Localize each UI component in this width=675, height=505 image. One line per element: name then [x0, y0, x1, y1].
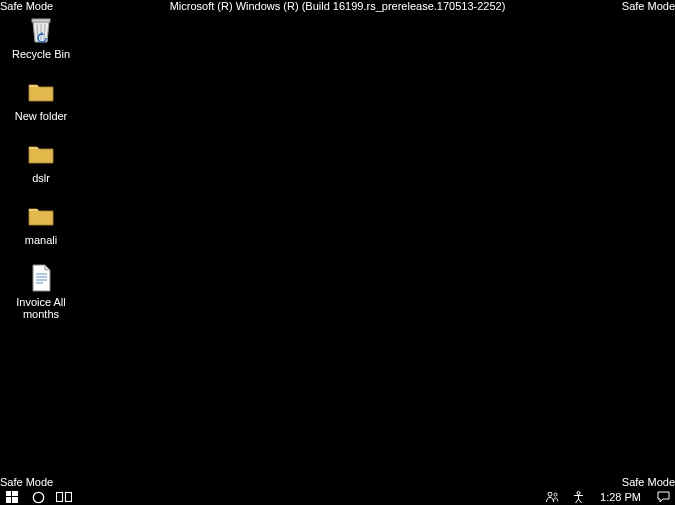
svg-rect-6	[6, 491, 11, 496]
action-center-button[interactable]	[655, 489, 671, 505]
taskbar-clock[interactable]: 1:28 PM	[596, 491, 645, 503]
tray-ease-of-access-button[interactable]	[570, 489, 586, 505]
safe-mode-label-bottom-right: Safe Mode	[622, 476, 675, 488]
taskbar: 1:28 PM	[0, 489, 675, 505]
safe-mode-label-bottom-left: Safe Mode	[0, 476, 53, 488]
svg-rect-0	[32, 19, 50, 22]
svg-rect-7	[12, 491, 18, 496]
desktop-icon-manali[interactable]: manali	[6, 200, 76, 246]
desktop-icon-dslr[interactable]: dslr	[6, 138, 76, 184]
safe-mode-label-top-right: Safe Mode	[622, 0, 675, 12]
accessibility-icon	[572, 491, 585, 504]
task-view-icon	[56, 491, 72, 503]
svg-point-15	[577, 491, 580, 494]
folder-icon	[25, 138, 57, 170]
cortana-search-button[interactable]	[30, 489, 46, 505]
tray-people-button[interactable]	[544, 489, 560, 505]
windows-build-label: Microsoft (R) Windows (R) (Build 16199.r…	[170, 0, 506, 12]
svg-point-13	[548, 492, 552, 496]
desktop-icon-invoice-all-months[interactable]: Invoice All months	[6, 262, 76, 320]
recycle-bin-icon	[25, 14, 57, 46]
desktop-icon-label: manali	[25, 234, 57, 246]
desktop-icon-recycle-bin[interactable]: Recycle Bin	[6, 14, 76, 60]
desktop-icon-new-folder[interactable]: New folder	[6, 76, 76, 122]
svg-point-10	[33, 492, 43, 502]
desktop-icon-label: Invoice All months	[8, 296, 74, 320]
document-icon	[25, 262, 57, 294]
safe-mode-label-top-left: Safe Mode	[0, 0, 53, 12]
desktop-icon-label: dslr	[32, 172, 50, 184]
circle-icon	[32, 491, 45, 504]
svg-rect-8	[6, 497, 11, 503]
svg-rect-12	[66, 493, 72, 502]
svg-rect-9	[12, 497, 18, 503]
desktop-icon-label: New folder	[15, 110, 68, 122]
svg-point-14	[554, 493, 557, 496]
svg-rect-11	[57, 493, 63, 502]
folder-icon	[25, 76, 57, 108]
people-icon	[545, 491, 559, 503]
desktop-icon-label: Recycle Bin	[12, 48, 70, 60]
notification-icon	[657, 491, 670, 503]
desktop[interactable]: Recycle Bin New folder dslr manali	[6, 14, 76, 320]
folder-icon	[25, 200, 57, 232]
windows-logo-icon	[6, 491, 18, 503]
start-button[interactable]	[4, 489, 20, 505]
task-view-button[interactable]	[56, 489, 72, 505]
